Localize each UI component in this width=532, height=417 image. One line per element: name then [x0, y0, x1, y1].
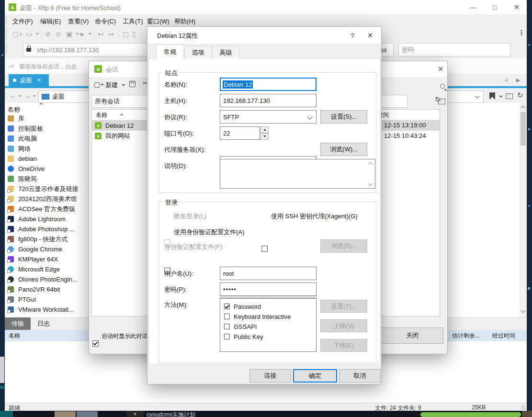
session-new-dropdown-icon[interactable] — [122, 84, 125, 86]
description-textarea[interactable] — [220, 159, 375, 189]
protocol-settings-button[interactable]: 设置(S)... — [320, 110, 367, 124]
method-checkbox[interactable] — [224, 314, 230, 319]
ok-button[interactable]: 确定 — [293, 369, 337, 383]
password-field[interactable]: ••••• — [220, 282, 317, 296]
method-item[interactable]: Keyboard Interactive — [224, 312, 313, 321]
menu-item-window[interactable]: 窗口(W) — [147, 17, 170, 26]
import-icon[interactable]: ↤ — [98, 29, 103, 39]
list-item[interactable]: Oloneo PhotoEngin... — [6, 274, 88, 284]
proxy-browse-button[interactable]: 浏览(W)... — [320, 143, 367, 156]
list-item[interactable]: PTGui — [6, 294, 88, 304]
open-dropdown-icon[interactable] — [35, 33, 39, 35]
menu-item-edit[interactable]: 编辑(E) — [40, 17, 61, 26]
menu-item-command[interactable]: 命令(C) — [95, 17, 116, 26]
tab-close-icon[interactable]: ✕ — [37, 77, 41, 83]
session-col-name[interactable]: 名称 — [96, 111, 107, 119]
list-item[interactable]: 库 — [6, 113, 88, 124]
back-dropdown-icon[interactable] — [18, 95, 22, 97]
copy-icon[interactable]: ▢ — [123, 29, 129, 39]
add-tab-icon[interactable]: ▫+ — [9, 61, 14, 71]
local-path-combobox[interactable]: 桌面 — [38, 90, 89, 103]
method-checkbox[interactable] — [224, 334, 230, 339]
forward-icon[interactable]: → — [24, 91, 31, 100]
list-item[interactable]: ACDSee 官方免费版 — [6, 204, 88, 214]
new-session-icon[interactable]: ▢+ — [12, 29, 23, 39]
method-item[interactable]: Public Key — [224, 332, 313, 341]
refresh-icon[interactable]: ↻ — [517, 91, 523, 100]
session-new-button[interactable]: 新建 — [105, 81, 118, 90]
bookmark-dropdown-icon[interactable] — [499, 96, 503, 98]
run-dropdown-icon[interactable] — [88, 33, 92, 35]
method-listbox[interactable]: Password Keyboard Interactive GSSAPI Pub… — [220, 298, 317, 352]
menu-item-help[interactable]: 帮助(H) — [174, 17, 195, 26]
tab-options[interactable]: 选项 — [184, 46, 212, 58]
maximize-button[interactable]: □ — [485, 0, 506, 14]
list-item[interactable]: 20241202西湖美术馆 — [6, 194, 88, 204]
export-icon[interactable]: ↦ — [108, 29, 114, 39]
list-item[interactable]: debian — [6, 154, 88, 164]
local-list-header-name[interactable]: 名称 — [8, 105, 20, 114]
menu-item-tools[interactable]: 工具(T) — [123, 17, 143, 26]
scrollbar-thumb[interactable] — [521, 112, 526, 146]
tab-scroll-left-icon[interactable]: ◀ — [504, 77, 508, 83]
back-icon[interactable]: ← — [10, 91, 17, 100]
open-folder-icon[interactable]: ▭ — [26, 29, 32, 39]
port-input[interactable]: 22 — [220, 126, 260, 140]
properties-close-icon[interactable]: ✕ — [364, 30, 376, 41]
more-toolbar-icon[interactable]: ⋮ — [518, 29, 525, 36]
connect-button[interactable]: 连接 — [249, 369, 291, 383]
connect-icon[interactable]: ⊙ — [56, 29, 61, 39]
username-field[interactable]: root — [220, 267, 317, 280]
menu-item-file[interactable]: 文件(F) — [12, 17, 33, 26]
startup-checkbox[interactable] — [92, 340, 99, 347]
session-settings-dropdown-icon[interactable] — [76, 33, 79, 35]
help-icon[interactable]: ? — [347, 30, 358, 41]
list-item[interactable]: 此电脑 — [6, 134, 88, 144]
list-item[interactable]: 720云显示作者及链接 — [6, 184, 88, 194]
port-spin-up[interactable] — [260, 126, 269, 133]
transfer-col-elapsed[interactable]: 经过时间 — [492, 332, 515, 340]
method-checkbox[interactable] — [224, 304, 230, 309]
session-settings-icon[interactable]: ▣ — [66, 29, 72, 39]
protocol-combobox[interactable]: SFTP — [220, 110, 317, 124]
list-item[interactable]: 控制面板 — [6, 124, 88, 134]
close-button[interactable]: ✕ — [507, 0, 527, 14]
list-item[interactable]: Pano2VR 64bit — [6, 284, 88, 294]
disconnect-icon[interactable]: ⊘ — [45, 29, 51, 39]
minimize-button[interactable]: — — [463, 0, 484, 14]
tab-desktop[interactable]: 桌面 ✕ — [9, 74, 49, 86]
list-item[interactable]: VMware Workstati... — [6, 304, 88, 315]
method-item[interactable]: Password — [224, 302, 313, 311]
list-item[interactable]: OneDrive — [6, 164, 88, 174]
tab-log[interactable]: 日志 — [31, 317, 57, 330]
ssh-agent-checkbox[interactable] — [261, 246, 268, 252]
name-input[interactable]: Debian 12 — [220, 78, 317, 91]
tab-general[interactable]: 常规 — [156, 45, 184, 59]
list-item[interactable]: fg800p - 快捷方式 — [6, 234, 88, 244]
transfer-col-remaining[interactable]: 估计剩余... — [452, 332, 480, 340]
tab-scroll-right-icon[interactable]: ▶ — [516, 77, 520, 83]
resize-grip[interactable] — [521, 406, 525, 409]
list-item[interactable]: 网络 — [6, 144, 88, 154]
run-icon[interactable]: ▶ — [80, 29, 84, 39]
session-new-icon[interactable]: ▢+ — [94, 79, 104, 89]
session-dialog-close-icon[interactable]: ✕ — [435, 63, 446, 75]
transfer-col-name[interactable]: 名称 — [9, 332, 20, 340]
host-input[interactable]: 192.168.177.130 — [220, 94, 317, 107]
list-item[interactable]: Adobe Photoshop ... — [6, 224, 88, 234]
list-item[interactable]: Adobe Lightroom — [6, 214, 88, 224]
method-item[interactable]: GSSAPI — [224, 322, 313, 331]
list-item[interactable]: 陈晓筠 — [6, 174, 88, 184]
cancel-button[interactable]: 取消 — [339, 369, 381, 383]
save-icon[interactable] — [129, 81, 136, 87]
tab-transfer[interactable]: 传输 — [5, 317, 31, 330]
session-close-button[interactable]: 关闭 — [381, 327, 443, 344]
list-item[interactable]: Microsoft Edge — [6, 264, 88, 274]
menu-item-view[interactable]: 查看(V) — [68, 17, 89, 26]
search-icon[interactable] — [440, 84, 445, 89]
folder-up-icon[interactable] — [506, 93, 513, 99]
session-refresh-icon[interactable]: ↻ — [435, 95, 441, 104]
paste-icon[interactable]: ▯ — [132, 29, 136, 39]
list-item[interactable]: KMPlayer 64X — [6, 254, 88, 264]
list-item[interactable]: Google Chrome — [6, 244, 88, 254]
